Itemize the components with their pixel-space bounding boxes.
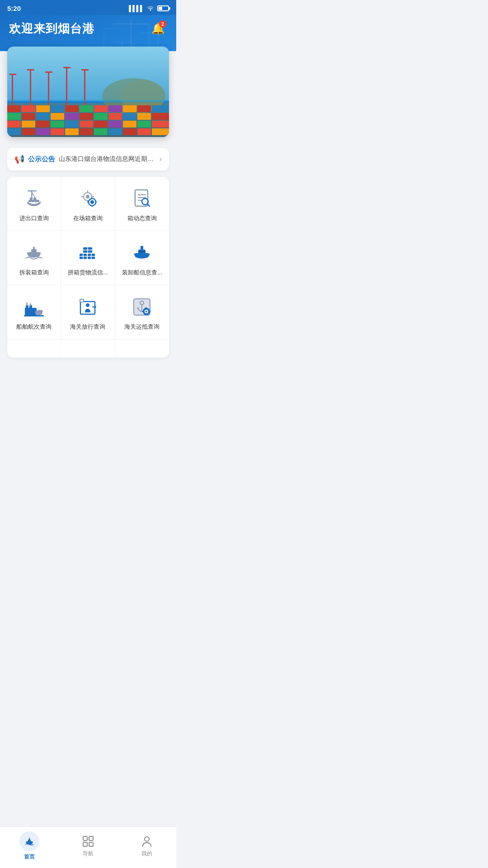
content-area: 📢 公示公告 山东港口烟台港物流信息网近期系... ›	[0, 137, 176, 394]
svg-rect-29	[80, 105, 93, 112]
port-banner-image	[7, 47, 169, 137]
svg-rect-45	[152, 113, 169, 120]
svg-rect-37	[36, 113, 50, 120]
svg-rect-62	[80, 128, 93, 135]
svg-rect-61	[65, 128, 79, 135]
status-icons: ▌▌▌▌	[129, 5, 169, 12]
svg-rect-26	[36, 105, 50, 112]
svg-rect-130	[149, 311, 150, 312]
menu-item-customs-release[interactable]: 海关放行查询	[61, 285, 115, 339]
menu-item-ship-voyage[interactable]: 船舶航次查询	[7, 285, 61, 339]
svg-rect-34	[152, 105, 169, 112]
grid-row-4	[7, 340, 169, 358]
menu-item-unpack-box[interactable]: 拆装箱查询	[7, 231, 61, 285]
network-box-icon	[76, 187, 99, 210]
signal-icon: ▌▌▌▌	[129, 5, 144, 12]
svg-rect-116	[80, 300, 83, 302]
svg-point-76	[86, 195, 89, 198]
svg-rect-128	[146, 314, 147, 316]
svg-rect-52	[94, 121, 108, 127]
svg-rect-106	[138, 251, 145, 252]
svg-rect-36	[22, 113, 35, 120]
menu-item-onsite-box[interactable]: 在场箱查询	[61, 177, 115, 231]
customs-gate-icon	[76, 295, 99, 319]
svg-rect-65	[123, 128, 136, 135]
svg-rect-57	[7, 128, 21, 135]
svg-rect-18	[45, 71, 52, 73]
svg-point-82	[90, 200, 94, 204]
svg-rect-14	[9, 74, 16, 75]
ship-wave-icon	[22, 241, 46, 264]
svg-rect-32	[123, 105, 136, 112]
menu-item-more-3[interactable]	[115, 340, 169, 358]
grid-row-3: 船舶航次查询	[7, 285, 169, 340]
svg-rect-68	[7, 100, 169, 102]
svg-rect-33	[137, 105, 151, 112]
stack-boxes-icon	[76, 241, 99, 264]
menu-item-loading-ship[interactable]: 装卸船信息查...	[115, 231, 169, 285]
notification-button[interactable]: 🔔 2	[149, 19, 167, 38]
svg-rect-112	[24, 315, 44, 316]
menu-item-customs-transit[interactable]: 海关运抵查询	[115, 285, 169, 339]
menu-label-customs-release: 海关放行查询	[70, 323, 105, 331]
svg-rect-40	[80, 113, 93, 120]
announcement-label: 公示公告	[28, 155, 55, 164]
svg-rect-30	[94, 105, 108, 112]
svg-rect-60	[51, 128, 64, 135]
menu-item-box-dynamic[interactable]: 箱动态查询	[115, 177, 169, 231]
svg-rect-58	[22, 128, 35, 135]
menu-label-lcl-goods: 拼箱货物流信...	[68, 269, 108, 277]
menu-label-box-dynamic: 箱动态查询	[127, 215, 157, 222]
svg-rect-56	[152, 121, 169, 127]
svg-point-114	[86, 303, 89, 307]
svg-rect-53	[108, 121, 122, 127]
svg-rect-31	[108, 105, 122, 112]
svg-rect-49	[51, 121, 64, 127]
svg-rect-47	[22, 121, 35, 127]
ship-blue-icon	[130, 241, 154, 264]
menu-item-lcl-goods[interactable]: 拼箱货物流信...	[61, 231, 115, 285]
svg-rect-28	[65, 105, 79, 112]
notification-badge: 2	[159, 20, 166, 28]
svg-rect-66	[137, 128, 151, 135]
svg-rect-24	[7, 105, 21, 112]
menu-grid: 进出口查询	[7, 177, 169, 358]
svg-rect-42	[108, 113, 122, 120]
menu-label-ship-voyage: 船舶航次查询	[16, 323, 52, 331]
menu-label-import-export: 进出口查询	[19, 215, 49, 222]
menu-item-import-export[interactable]: 进出口查询	[7, 177, 61, 231]
svg-rect-54	[123, 121, 136, 127]
grid-row-1: 进出口查询	[7, 177, 169, 231]
svg-rect-39	[65, 113, 79, 120]
menu-item-more-1[interactable]	[7, 340, 61, 358]
svg-rect-16	[27, 69, 34, 71]
svg-rect-20	[63, 67, 70, 68]
svg-rect-105	[141, 246, 143, 250]
status-time: 5:20	[7, 5, 21, 12]
announcement-text: 山东港口烟台港物流信息网近期系...	[59, 155, 156, 163]
svg-rect-59	[36, 128, 50, 135]
menu-item-more-2[interactable]	[61, 340, 115, 358]
svg-rect-67	[152, 128, 169, 135]
svg-rect-27	[51, 105, 64, 112]
anchor-gear-icon	[130, 295, 154, 319]
header: 欢迎来到烟台港 🔔 2	[0, 15, 176, 51]
svg-rect-43	[123, 113, 136, 120]
svg-rect-38	[51, 113, 64, 120]
svg-rect-63	[94, 128, 108, 135]
svg-rect-44	[137, 113, 151, 120]
announcement-icon: 📢	[14, 154, 24, 164]
status-bar: 5:20 ▌▌▌▌	[0, 0, 176, 15]
svg-rect-48	[36, 121, 50, 127]
svg-rect-127	[146, 307, 147, 309]
svg-rect-111	[30, 303, 31, 306]
svg-rect-110	[26, 302, 28, 306]
svg-rect-25	[22, 105, 35, 112]
svg-rect-70	[28, 190, 37, 192]
svg-rect-73	[30, 198, 33, 200]
svg-rect-51	[80, 121, 93, 127]
grid-row-2: 拆装箱查询	[7, 231, 169, 285]
svg-rect-22	[81, 69, 89, 71]
announcement-bar[interactable]: 📢 公示公告 山东港口烟台港物流信息网近期系... ›	[7, 148, 169, 170]
factory-ship-icon	[22, 295, 46, 319]
